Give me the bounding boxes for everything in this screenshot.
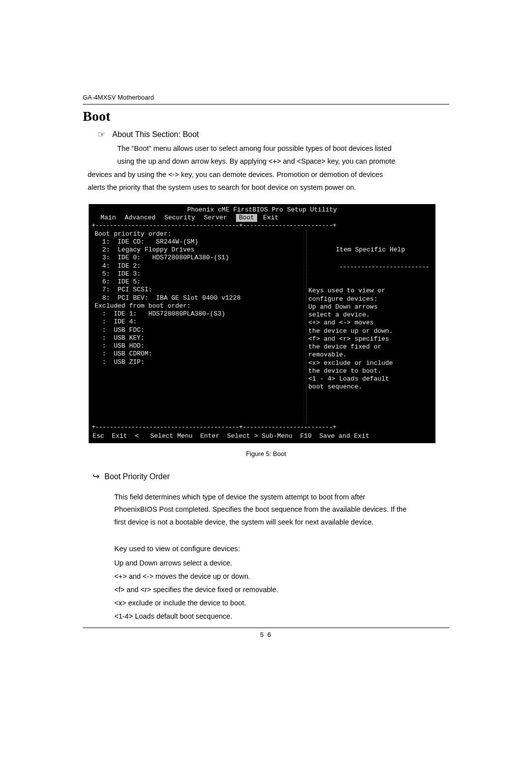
bios-help-title: Item Specific Help: [308, 246, 432, 255]
pointer-icon: ☞: [98, 130, 105, 139]
figure-caption: Figure 5: Boot: [83, 450, 449, 457]
key-heading: Key used to view ot configure devices:: [114, 543, 449, 555]
bios-separator-bot: +---------------------------------------…: [92, 423, 432, 431]
about-p4: alerts the priority that the system uses…: [88, 182, 449, 193]
bios-tab-exit[interactable]: Exit: [263, 214, 287, 222]
arrow-icon: ↪: [93, 471, 100, 482]
bios-separator: +---------------------------------------…: [92, 222, 432, 230]
about-heading: About This Section: Boot: [112, 130, 199, 139]
key-line-2: <+> and <-> moves the device up or down.: [114, 571, 449, 582]
bios-nav-bar: Esc Exit < Select Menu Enter Select > Su…: [92, 431, 432, 440]
about-p1: The "Boot" menu allows user to select am…: [98, 143, 449, 154]
bios-tab-main[interactable]: Main: [100, 214, 125, 222]
bios-tab-boot[interactable]: Boot: [236, 214, 257, 222]
bios-help-pane: Item Specific Help ---------------------…: [306, 230, 432, 423]
desc-p1: This field determines which type of devi…: [114, 491, 449, 503]
key-line-4: <x> exclude or include the device to boo…: [114, 597, 449, 609]
desc-p3: first device is not a bootable device, t…: [114, 517, 449, 528]
desc-p2: PhoenixBIOS Post completed. Specifies th…: [114, 504, 449, 515]
bios-screenshot: Phoenix cME FirstBIOS Pro Setup Utility …: [89, 204, 435, 443]
about-p2: using the up and down arrow keys. By app…: [98, 156, 449, 167]
rule-bottom: [83, 628, 449, 628]
about-p3: devices and by using the <-> key, you ca…: [88, 169, 449, 180]
bios-tab-security[interactable]: Security: [165, 214, 204, 222]
section-title: Boot: [83, 108, 449, 124]
key-line-5: <1-4> Loads default boot secquence.: [114, 611, 449, 622]
about-heading-row: ☞ About This Section: Boot: [98, 130, 449, 139]
bios-tab-server[interactable]: Server: [204, 214, 236, 222]
bios-help-sep: -------------------------: [339, 263, 429, 271]
description-block: This field determines which type of devi…: [114, 491, 449, 623]
key-line-1: Up and Down arrows select a device.: [114, 558, 449, 569]
subheading-row: ↪ Boot Priority Order: [93, 471, 449, 482]
bios-menu-bar: Main Advanced Security Server Boot Exit: [92, 214, 432, 222]
bios-left-pane: Boot priority order: 1: IDE CD: SR244W-(…: [92, 230, 306, 423]
bios-tab-advanced[interactable]: Advanced: [125, 214, 164, 222]
rule-top: [83, 104, 449, 105]
bios-title: Phoenix cME FirstBIOS Pro Setup Utility: [92, 206, 432, 214]
key-line-3: <f> and <r> specifies the device fixed o…: [114, 584, 449, 596]
page-number: 5 6: [83, 631, 449, 638]
subheading-text: Boot Priority Order: [104, 472, 169, 481]
doc-header: GA-4MXSV Motherboard: [83, 94, 449, 101]
